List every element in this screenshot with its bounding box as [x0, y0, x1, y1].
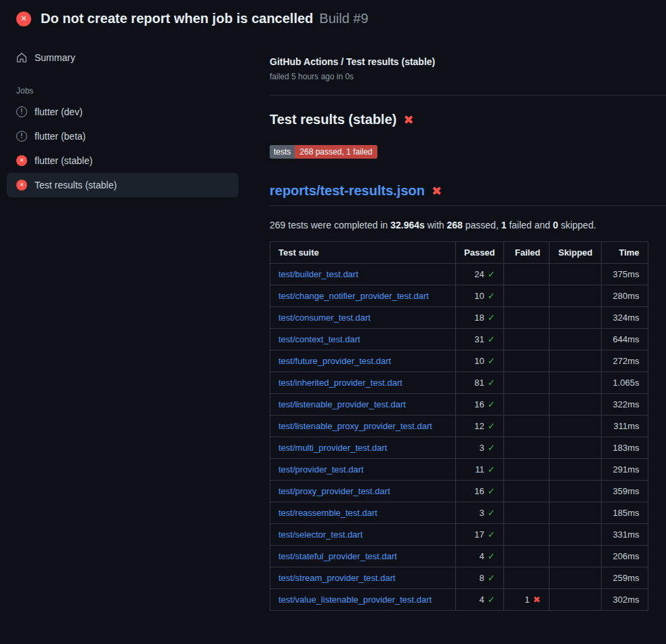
table-row: test/listenable_proxy_provider_test.dart…	[270, 416, 648, 437]
suite-link[interactable]: test/proxy_provider_test.dart	[278, 486, 390, 496]
suite-cell: test/proxy_provider_test.dart	[270, 481, 456, 502]
suite-cell: test/stateful_provider_test.dart	[270, 546, 456, 567]
sidebar-item-label: flutter (stable)	[35, 155, 93, 166]
summary-segment: 269 tests were completed in	[270, 220, 390, 230]
suite-link[interactable]: test/provider_test.dart	[278, 464, 364, 475]
table-row: test/stream_provider_test.dart8✓259ms	[270, 567, 648, 589]
suite-link[interactable]: test/selector_test.dart	[278, 529, 362, 540]
table-row: test/builder_test.dart24✓375ms	[270, 264, 648, 285]
skipped-cell	[549, 350, 601, 372]
time-cell: 183ms	[601, 437, 648, 459]
passed-cell: 10✓	[456, 350, 504, 372]
check-icon: ✓	[488, 421, 495, 431]
suite-link[interactable]: test/future_provider_test.dart	[278, 356, 391, 366]
passed-count: 81	[474, 378, 484, 388]
failed-cell	[503, 416, 549, 437]
time-cell: 272ms	[601, 350, 648, 372]
table-row: test/change_notifier_provider_test.dart1…	[270, 285, 648, 307]
failed-status-icon: ✕	[16, 12, 31, 26]
table-row: test/stateful_provider_test.dart4✓206ms	[270, 546, 648, 567]
suite-link[interactable]: test/value_listenable_provider_test.dart	[278, 595, 432, 605]
suite-link[interactable]: test/stateful_provider_test.dart	[278, 551, 397, 561]
suite-cell: test/listenable_proxy_provider_test.dart	[270, 416, 456, 437]
passed-cell: 81✓	[456, 372, 504, 394]
divider	[270, 95, 666, 96]
failed-count: 1	[524, 595, 529, 605]
suite-link[interactable]: test/context_test.dart	[278, 334, 360, 344]
passed-count: 16	[474, 399, 484, 409]
report-link[interactable]: reports/test-results.json	[270, 183, 425, 199]
failed-icon: ✕	[16, 155, 27, 166]
main-content: GitHub Actions / Test results (stable) f…	[253, 35, 666, 611]
skipped-cell	[549, 567, 601, 589]
passed-cell: 18✓	[456, 307, 504, 329]
table-row: test/multi_provider_test.dart3✓183ms	[270, 437, 648, 459]
passed-cell: 24✓	[456, 264, 504, 285]
time-cell: 324ms	[601, 307, 648, 329]
time-cell: 359ms	[601, 481, 648, 502]
time-cell: 185ms	[601, 502, 648, 524]
column-header-test-suite: Test suite	[270, 242, 456, 264]
summary-segment: with	[425, 220, 447, 230]
summary-segment: passed,	[463, 220, 501, 230]
sidebar-item-flutter-beta[interactable]: !flutter (beta)	[7, 124, 238, 148]
suite-link[interactable]: test/multi_provider_test.dart	[278, 443, 387, 453]
table-header-row: Test suite Passed Failed Skipped Time	[270, 242, 648, 264]
passed-count: 12	[474, 421, 484, 431]
skipped-cell	[549, 416, 601, 437]
failed-cell	[503, 481, 549, 502]
suite-link[interactable]: test/consumer_test.dart	[278, 313, 371, 323]
sidebar-item-flutter-stable[interactable]: ✕flutter (stable)	[7, 148, 238, 173]
suite-link[interactable]: test/stream_provider_test.dart	[278, 573, 396, 583]
suite-link[interactable]: test/inherited_provider_test.dart	[278, 378, 402, 388]
failed-cell	[503, 546, 549, 567]
suite-link[interactable]: test/listenable_provider_test.dart	[278, 399, 406, 409]
passed-count: 16	[474, 486, 484, 496]
passed-count: 18	[474, 313, 484, 323]
check-icon: ✓	[488, 443, 495, 453]
time-cell: 331ms	[601, 524, 648, 546]
suite-cell: test/value_listenable_provider_test.dart	[270, 589, 456, 611]
column-header-passed: Passed	[456, 242, 504, 264]
passed-cell: 3✓	[456, 502, 504, 524]
time-cell: 644ms	[601, 329, 648, 350]
suite-link[interactable]: test/reassemble_test.dart	[278, 508, 377, 518]
passed-count: 24	[474, 269, 484, 279]
failed-cell	[503, 264, 549, 285]
passed-cell: 11✓	[456, 459, 504, 481]
page-layout: Summary Jobs !flutter (dev)!flutter (bet…	[0, 35, 666, 611]
time-cell: 322ms	[601, 394, 648, 416]
check-icon: ✓	[488, 529, 495, 540]
suite-cell: test/builder_test.dart	[270, 264, 456, 285]
suite-link[interactable]: test/listenable_proxy_provider_test.dart	[278, 421, 432, 431]
sidebar-item-label: flutter (dev)	[35, 106, 83, 117]
passed-count: 3	[479, 443, 484, 453]
sidebar-item-test-results-stable[interactable]: ✕Test results (stable)	[7, 173, 238, 197]
failed-cell	[503, 329, 549, 350]
time-cell: 1.065s	[601, 372, 648, 394]
passed-count: 17	[474, 529, 484, 540]
sidebar-item-flutter-dev[interactable]: !flutter (dev)	[7, 100, 238, 124]
passed-count: 4	[479, 551, 484, 561]
suite-link[interactable]: test/change_notifier_provider_test.dart	[278, 291, 429, 301]
failed-cell	[503, 350, 549, 372]
passed-cell: 4✓	[456, 589, 504, 611]
failed-cell	[503, 372, 549, 394]
time-cell: 311ms	[601, 416, 648, 437]
column-header-time: Time	[601, 242, 648, 264]
skipped-cell	[549, 459, 601, 481]
passed-count: 10	[474, 291, 484, 301]
skipped-cell	[549, 437, 601, 459]
check-icon: ✓	[488, 595, 495, 605]
failed-x-icon: ✖	[432, 185, 442, 197]
table-row: test/future_provider_test.dart10✓272ms	[270, 350, 648, 372]
summary-segment: 0	[553, 220, 558, 230]
sidebar-item-label: Test results (stable)	[35, 180, 117, 190]
neutral-icon: !	[16, 106, 27, 117]
suite-cell: test/context_test.dart	[270, 329, 456, 350]
suite-cell: test/multi_provider_test.dart	[270, 437, 456, 459]
passed-count: 8	[479, 573, 484, 583]
check-icon: ✓	[488, 464, 495, 475]
sidebar-item-summary[interactable]: Summary	[7, 45, 238, 70]
suite-link[interactable]: test/builder_test.dart	[278, 269, 358, 279]
